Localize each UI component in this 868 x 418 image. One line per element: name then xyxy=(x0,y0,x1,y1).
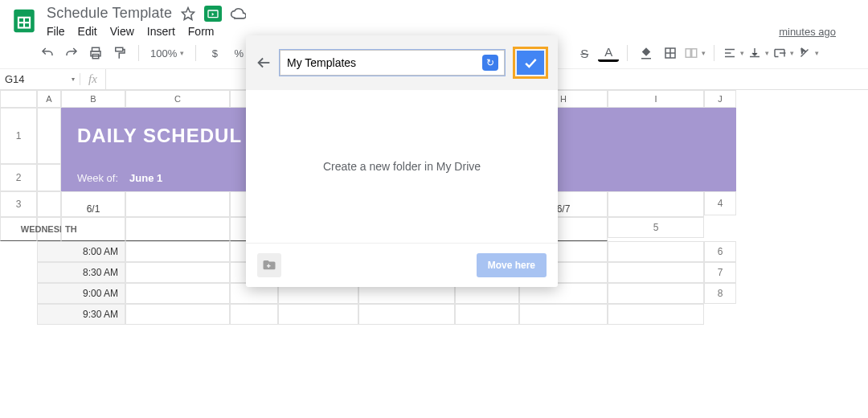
text-color-icon[interactable]: A xyxy=(598,44,619,62)
cell[interactable] xyxy=(125,217,230,241)
cell[interactable] xyxy=(125,191,230,217)
wrap-icon[interactable] xyxy=(772,43,794,64)
cell[interactable] xyxy=(608,304,704,325)
cell[interactable] xyxy=(37,164,61,191)
cell[interactable] xyxy=(125,241,230,262)
row-header[interactable]: 1 xyxy=(0,108,37,164)
name-box[interactable]: G14 xyxy=(0,73,80,85)
row-header[interactable]: 7 xyxy=(704,262,736,283)
menu-insert[interactable]: Insert xyxy=(147,25,175,38)
paint-format-icon[interactable] xyxy=(109,43,130,64)
move-icon[interactable] xyxy=(204,6,222,22)
cell[interactable] xyxy=(125,283,230,304)
cell[interactable] xyxy=(125,304,230,325)
menu-file[interactable]: File xyxy=(47,25,65,38)
week-of-label: Week of: xyxy=(77,172,118,184)
col-header[interactable]: B xyxy=(61,90,125,108)
weekday-cell[interactable]: TH xyxy=(61,217,125,241)
confirm-highlight xyxy=(513,47,548,79)
dialog-footer: Move here xyxy=(246,243,558,287)
menu-format[interactable]: Form xyxy=(188,25,215,38)
fx-label: fx xyxy=(80,72,105,86)
cell[interactable] xyxy=(608,283,704,304)
dialog-body-text: Create a new folder in My Drive xyxy=(246,90,558,243)
row-header[interactable]: 4 xyxy=(704,191,736,215)
svg-rect-9 xyxy=(116,47,123,51)
merge-cells-icon[interactable] xyxy=(684,43,706,64)
print-icon[interactable] xyxy=(85,43,106,64)
v-align-icon[interactable] xyxy=(747,43,769,64)
svg-marker-4 xyxy=(182,7,194,19)
time-cell[interactable]: 9:00 AM xyxy=(37,283,125,304)
cell[interactable] xyxy=(608,241,704,262)
svg-rect-14 xyxy=(686,49,691,58)
time-cell[interactable]: 8:30 AM xyxy=(37,262,125,283)
format-currency-icon[interactable]: $ xyxy=(204,43,225,64)
cloud-status-icon[interactable] xyxy=(230,6,246,22)
strikethrough-icon[interactable]: S xyxy=(574,43,595,64)
undo-icon[interactable] xyxy=(37,43,58,64)
cell[interactable] xyxy=(608,191,704,217)
folder-name-input[interactable] xyxy=(280,50,505,76)
star-icon[interactable] xyxy=(180,6,196,22)
zoom-select[interactable]: 100% xyxy=(147,43,187,64)
cell[interactable] xyxy=(37,108,61,164)
col-header[interactable]: I xyxy=(608,90,704,108)
col-header[interactable]: A xyxy=(37,90,61,108)
svg-rect-10 xyxy=(641,58,651,59)
cell[interactable] xyxy=(455,304,519,325)
move-here-button[interactable]: Move here xyxy=(477,253,547,277)
cell[interactable] xyxy=(125,262,230,283)
date-label: 6/1 xyxy=(87,203,100,215)
h-align-icon[interactable] xyxy=(723,43,744,64)
cell[interactable] xyxy=(278,304,358,325)
app-bar: Schedule Template File Edit View Insert … xyxy=(0,0,868,38)
redo-icon[interactable] xyxy=(61,43,82,64)
fill-color-icon[interactable] xyxy=(636,43,657,64)
menu-edit[interactable]: Edit xyxy=(78,25,97,38)
rotate-text-icon[interactable]: A xyxy=(797,43,819,64)
menu-bar: File Edit View Insert Form xyxy=(47,25,246,38)
col-header[interactable]: J xyxy=(704,90,736,108)
week-of-value: June 1 xyxy=(129,172,162,184)
borders-icon[interactable] xyxy=(660,43,681,64)
cell[interactable] xyxy=(608,262,704,283)
time-cell[interactable]: 9:30 AM xyxy=(37,304,125,325)
row-header[interactable]: 8 xyxy=(704,283,736,304)
cell[interactable] xyxy=(358,304,455,325)
new-folder-icon[interactable] xyxy=(257,253,281,277)
time-cell[interactable]: 8:00 AM xyxy=(37,241,125,262)
cell[interactable] xyxy=(37,191,61,217)
row-header[interactable]: 3 xyxy=(0,191,37,217)
input-autofill-icon[interactable]: ↻ xyxy=(482,55,498,71)
sheets-logo[interactable] xyxy=(8,5,40,37)
menu-view[interactable]: View xyxy=(110,25,134,38)
row-header[interactable]: 5 xyxy=(608,217,704,238)
row-header[interactable]: 6 xyxy=(704,241,736,262)
svg-rect-15 xyxy=(692,49,697,58)
date-label: 6/7 xyxy=(557,203,571,215)
title-column: Schedule Template File Edit View Insert … xyxy=(47,5,246,38)
row-header[interactable]: 2 xyxy=(0,164,37,191)
svg-rect-28 xyxy=(267,265,271,267)
back-icon[interactable] xyxy=(252,51,275,74)
last-edit-link[interactable]: minutes ago xyxy=(779,5,860,38)
cell[interactable] xyxy=(230,304,278,325)
dialog-header: ↻ xyxy=(246,35,558,90)
confirm-folder-button[interactable] xyxy=(517,51,544,75)
select-all-corner[interactable] xyxy=(0,90,37,108)
col-header[interactable]: C xyxy=(125,90,230,108)
cell[interactable] xyxy=(519,304,608,325)
doc-title[interactable]: Schedule Template xyxy=(47,5,172,22)
weekday-cell[interactable]: WEDNESDAY xyxy=(37,217,61,241)
move-dialog: ↻ Create a new folder in My Drive Move h… xyxy=(246,35,558,287)
